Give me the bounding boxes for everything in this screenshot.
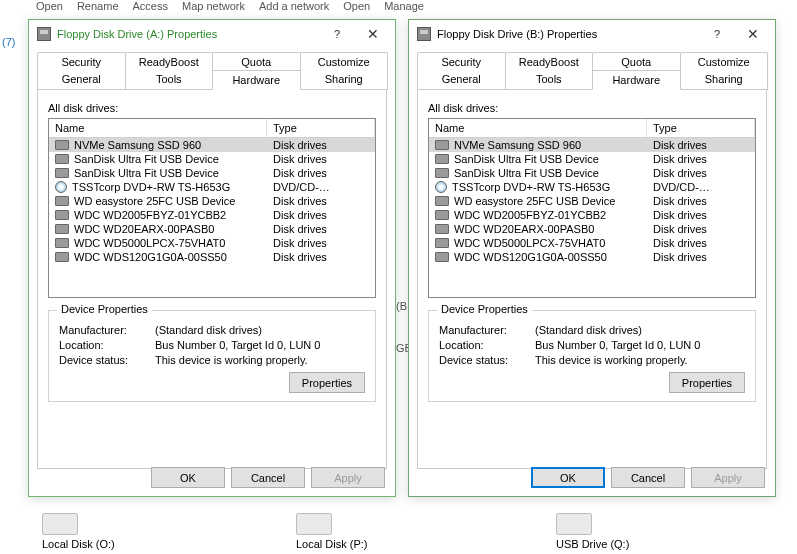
toolbar-item[interactable]: Map network: [182, 0, 245, 12]
list-item[interactable]: TSSTcorp DVD+-RW TS-H653GDVD/CD-…: [49, 180, 375, 194]
apply-button[interactable]: Apply: [311, 467, 385, 488]
close-button[interactable]: ✕: [735, 23, 771, 45]
tab-quota[interactable]: Quota: [212, 52, 301, 71]
list-item[interactable]: TSSTcorp DVD+-RW TS-H653GDVD/CD-…: [429, 180, 755, 194]
drive-thumbnails-row: Local Disk (O:)Local Disk (P:)USB Drive …: [36, 500, 797, 550]
property-label: Manufacturer:: [59, 324, 155, 336]
properties-button[interactable]: Properties: [289, 372, 365, 393]
list-item[interactable]: NVMe Samsung SSD 960Disk drives: [429, 138, 755, 152]
disk-drive-icon: [55, 210, 69, 220]
list-item[interactable]: WDC WD20EARX-00PASB0Disk drives: [49, 222, 375, 236]
disk-drives-list[interactable]: NameTypeNVMe Samsung SSD 960Disk drivesS…: [48, 118, 376, 298]
drive-name: WDC WDS120G1G0A-00SS50: [74, 251, 227, 263]
tab-tools[interactable]: Tools: [505, 70, 594, 90]
disk-drive-icon: [55, 168, 69, 178]
titlebar[interactable]: Floppy Disk Drive (A:) Properties?✕: [29, 20, 395, 48]
section-label: All disk drives:: [428, 102, 756, 114]
drive-name: NVMe Samsung SSD 960: [454, 139, 581, 151]
drive-name: WDC WDS120G1G0A-00SS50: [454, 251, 607, 263]
column-header-name[interactable]: Name: [429, 119, 647, 137]
drive-name: SanDisk Ultra Fit USB Device: [454, 167, 599, 179]
drive-name: WDC WD20EARX-00PASB0: [74, 223, 214, 235]
tab-quota[interactable]: Quota: [592, 52, 681, 71]
ok-button[interactable]: OK: [151, 467, 225, 488]
drive-name: WDC WD5000LPCX-75VHAT0: [454, 237, 605, 249]
close-button[interactable]: ✕: [355, 23, 391, 45]
optical-drive-icon: [55, 181, 67, 193]
toolbar-item[interactable]: Open: [343, 0, 370, 12]
window-title: Floppy Disk Drive (A:) Properties: [57, 28, 319, 40]
list-item[interactable]: WDC WD2005FBYZ-01YCBB2Disk drives: [49, 208, 375, 222]
toolbar-item[interactable]: Rename: [77, 0, 119, 12]
help-button[interactable]: ?: [319, 23, 355, 45]
tab-hardware[interactable]: Hardware: [212, 70, 301, 90]
list-item[interactable]: SanDisk Ultra Fit USB DeviceDisk drives: [429, 166, 755, 180]
property-row: Location:Bus Number 0, Target Id 0, LUN …: [439, 339, 745, 351]
drive-type: Disk drives: [267, 209, 375, 221]
list-item[interactable]: WDC WDS120G1G0A-00SS50Disk drives: [429, 250, 755, 264]
column-header-type[interactable]: Type: [647, 119, 755, 137]
list-item[interactable]: WDC WD5000LPCX-75VHAT0Disk drives: [49, 236, 375, 250]
apply-button[interactable]: Apply: [691, 467, 765, 488]
column-header-name[interactable]: Name: [49, 119, 267, 137]
tab-sharing[interactable]: Sharing: [680, 70, 769, 90]
property-row: Location:Bus Number 0, Target Id 0, LUN …: [59, 339, 365, 351]
list-item[interactable]: SanDisk Ultra Fit USB DeviceDisk drives: [49, 166, 375, 180]
toolbar-item[interactable]: Manage: [384, 0, 424, 12]
tab-readyboost[interactable]: ReadyBoost: [125, 52, 214, 71]
tab-hardware[interactable]: Hardware: [592, 70, 681, 90]
list-item[interactable]: SanDisk Ultra Fit USB DeviceDisk drives: [49, 152, 375, 166]
column-header-type[interactable]: Type: [267, 119, 375, 137]
tab-general[interactable]: General: [417, 70, 506, 90]
property-value: (Standard disk drives): [535, 324, 745, 336]
drive-thumbnail[interactable]: USB Drive (Q:): [556, 513, 676, 550]
ok-button[interactable]: OK: [531, 467, 605, 488]
list-item[interactable]: NVMe Samsung SSD 960Disk drives: [49, 138, 375, 152]
window-title: Floppy Disk Drive (B:) Properties: [437, 28, 699, 40]
toolbar-item[interactable]: Access: [133, 0, 168, 12]
list-item[interactable]: WD easystore 25FC USB DeviceDisk drives: [49, 194, 375, 208]
cancel-button[interactable]: Cancel: [611, 467, 685, 488]
drive-type: Disk drives: [647, 251, 755, 263]
drive-name: TSSTcorp DVD+-RW TS-H653G: [72, 181, 230, 193]
tab-security[interactable]: Security: [37, 52, 126, 71]
tab-customize[interactable]: Customize: [300, 52, 389, 71]
drive-thumbnail[interactable]: Local Disk (P:): [296, 513, 416, 550]
help-button[interactable]: ?: [699, 23, 735, 45]
drive-type: DVD/CD-…: [267, 181, 375, 193]
disk-drives-list[interactable]: NameTypeNVMe Samsung SSD 960Disk drivesS…: [428, 118, 756, 298]
property-label: Location:: [59, 339, 155, 351]
drive-type: Disk drives: [647, 139, 755, 151]
device-properties-group: Device PropertiesManufacturer:(Standard …: [428, 310, 756, 402]
list-item[interactable]: WDC WD2005FBYZ-01YCBB2Disk drives: [429, 208, 755, 222]
list-item[interactable]: WDC WD20EARX-00PASB0Disk drives: [429, 222, 755, 236]
disk-drive-icon: [55, 154, 69, 164]
titlebar[interactable]: Floppy Disk Drive (B:) Properties?✕: [409, 20, 775, 48]
disk-drive-icon: [435, 154, 449, 164]
explorer-toolbar: OpenRenameAccessMap networkAdd a network…: [0, 0, 797, 18]
toolbar-item[interactable]: Add a network: [259, 0, 329, 12]
list-item[interactable]: SanDisk Ultra Fit USB DeviceDisk drives: [429, 152, 755, 166]
tab-strip: SecurityReadyBoostQuotaCustomizeGeneralT…: [29, 48, 395, 90]
drive-icon: [42, 513, 78, 535]
tab-tools[interactable]: Tools: [125, 70, 214, 90]
drive-thumbnail[interactable]: Local Disk (O:): [42, 513, 162, 550]
properties-dialog: Floppy Disk Drive (B:) Properties?✕Secur…: [408, 19, 776, 497]
tab-sharing[interactable]: Sharing: [300, 70, 389, 90]
cancel-button[interactable]: Cancel: [231, 467, 305, 488]
toolbar-item[interactable]: Open: [36, 0, 63, 12]
tab-security[interactable]: Security: [417, 52, 506, 71]
list-item[interactable]: WDC WDS120G1G0A-00SS50Disk drives: [49, 250, 375, 264]
list-header[interactable]: NameType: [49, 119, 375, 138]
tab-readyboost[interactable]: ReadyBoost: [505, 52, 594, 71]
drive-type: Disk drives: [267, 139, 375, 151]
tab-customize[interactable]: Customize: [680, 52, 769, 71]
list-item[interactable]: WDC WD5000LPCX-75VHAT0Disk drives: [429, 236, 755, 250]
disk-drive-icon: [55, 140, 69, 150]
properties-button[interactable]: Properties: [669, 372, 745, 393]
tab-general[interactable]: General: [37, 70, 126, 90]
list-item[interactable]: WD easystore 25FC USB DeviceDisk drives: [429, 194, 755, 208]
groupbox-legend: Device Properties: [437, 303, 532, 315]
drive-name: WDC WD2005FBYZ-01YCBB2: [454, 209, 606, 221]
list-header[interactable]: NameType: [429, 119, 755, 138]
